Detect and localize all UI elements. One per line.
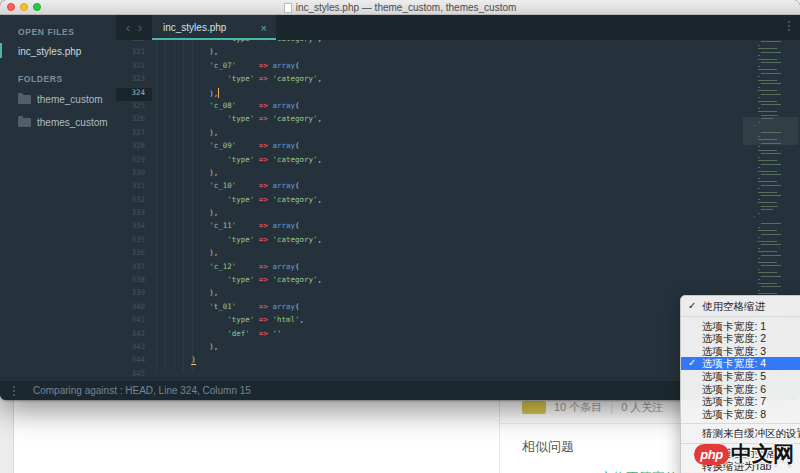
line-number[interactable]: 341 <box>116 315 152 328</box>
menu-item[interactable]: ✓使用空格缩进 <box>681 300 800 313</box>
follower-count-text: 0 人关注 <box>621 400 663 415</box>
document-icon <box>284 3 292 13</box>
folder-icon <box>18 118 31 127</box>
line-number[interactable]: 338 <box>116 275 152 288</box>
tab-forward-icon[interactable]: › <box>138 21 142 35</box>
code-line[interactable]: 'type' => 'category', <box>155 235 800 248</box>
menu-item-label: 使用空格缩进 <box>702 300 765 312</box>
topic-tag-badge[interactable] <box>522 401 546 414</box>
folder-label: themes_custom <box>37 117 108 128</box>
window-title-wrap: inc_styles.php — theme_custom, themes_cu… <box>0 2 800 13</box>
logo-cn-text: 中文网 <box>731 440 794 468</box>
checkmark-icon: ✓ <box>688 357 700 370</box>
tab-close-icon[interactable]: × <box>261 22 267 34</box>
line-number[interactable]: 331 <box>116 181 152 194</box>
menu-item[interactable]: 选项卡宽度: 2 <box>681 332 800 345</box>
code-line[interactable]: ), <box>155 168 800 181</box>
line-number-gutter[interactable]: 3203213223233243253263273283293303313323… <box>116 40 152 381</box>
menu-item-label: 选项卡宽度: 5 <box>702 370 766 382</box>
line-number[interactable]: 330 <box>116 168 152 181</box>
code-line[interactable]: ), <box>155 88 800 101</box>
menu-item[interactable]: 选项卡宽度: 7 <box>681 395 800 408</box>
line-number[interactable]: 342 <box>116 329 152 342</box>
code-line[interactable]: 'type' => 'category', <box>155 114 800 127</box>
menu-separator <box>681 423 800 424</box>
code-line[interactable]: 'c_09' => array( <box>155 141 800 154</box>
checkmark-icon: ✓ <box>688 300 700 313</box>
menu-item[interactable]: 猜测来自缓冲区的设置 <box>681 427 800 440</box>
menu-item[interactable]: 选项卡宽度: 5 <box>681 370 800 383</box>
tab-nav-arrows: ‹ › <box>116 15 152 40</box>
line-number[interactable]: 332 <box>116 195 152 208</box>
line-number[interactable]: 344 <box>116 355 152 368</box>
sidebar-item-folder[interactable]: theme_custom <box>0 88 116 111</box>
line-number[interactable]: 328 <box>116 141 152 154</box>
line-number[interactable]: 327 <box>116 128 152 141</box>
menu-item-label: 选项卡宽度: 4 <box>702 357 766 369</box>
line-number[interactable]: 336 <box>116 248 152 261</box>
line-number[interactable]: 340 <box>116 302 152 315</box>
line-number[interactable]: 343 <box>116 342 152 355</box>
menu-item-label: 选项卡宽度: 1 <box>702 320 766 332</box>
code-line[interactable]: 'type' => 'category', <box>155 195 800 208</box>
code-line[interactable]: 'type' => 'category', <box>155 74 800 87</box>
meta-divider: | <box>610 402 613 414</box>
code-line[interactable]: 'c_12' => array( <box>155 262 800 275</box>
active-file-indicator <box>0 43 2 58</box>
line-number[interactable]: 320 <box>116 40 152 47</box>
menu-separator <box>681 316 800 317</box>
menu-item[interactable]: 选项卡宽度: 8 <box>681 408 800 421</box>
window-titlebar[interactable]: inc_styles.php — theme_custom, themes_cu… <box>0 0 800 15</box>
window-title: inc_styles.php — theme_custom, themes_cu… <box>296 2 517 13</box>
menu-item[interactable]: 选项卡宽度: 6 <box>681 383 800 396</box>
text-cursor <box>218 88 219 98</box>
sidebar-item-folder[interactable]: themes_custom <box>0 111 116 134</box>
entry-count-text: 10 个条目 <box>554 400 602 415</box>
code-line[interactable]: 'type' => 'category', <box>155 155 800 168</box>
menu-item-label: 选项卡宽度: 3 <box>702 345 766 357</box>
folders-header: FOLDERS <box>0 62 116 88</box>
tab-bar: ‹ › inc_styles.php× <box>116 15 800 40</box>
line-number[interactable]: 326 <box>116 114 152 127</box>
code-line[interactable]: 'c_11' => array( <box>155 221 800 234</box>
code-line[interactable]: ), <box>155 47 800 60</box>
line-number[interactable]: 345 <box>116 369 152 381</box>
menu-item-label: 选项卡宽度: 6 <box>702 383 766 395</box>
folder-icon <box>18 95 31 104</box>
menu-item[interactable]: 选项卡宽度: 3 <box>681 345 800 358</box>
folder-label: theme_custom <box>37 94 103 105</box>
tab-label: inc_styles.php <box>163 22 226 33</box>
code-line[interactable]: ), <box>155 208 800 221</box>
menu-item[interactable]: ✓选项卡宽度: 4 <box>681 357 800 370</box>
tabbar-overflow-icon[interactable] <box>788 21 790 31</box>
sidebar: OPEN FILES inc_styles.php FOLDERS theme_… <box>0 15 116 381</box>
line-number[interactable]: 322 <box>116 61 152 74</box>
tab-back-icon[interactable]: ‹ <box>126 21 130 35</box>
line-number[interactable]: 324 <box>116 88 152 101</box>
code-line[interactable]: ), <box>155 128 800 141</box>
line-number[interactable]: 323 <box>116 74 152 87</box>
open-file-label: inc_styles.php <box>18 46 81 57</box>
menu-item-label: 选项卡宽度: 8 <box>702 408 766 420</box>
code-line[interactable]: 'c_07' => array( <box>155 61 800 74</box>
tab-inc-styles[interactable]: inc_styles.php× <box>152 15 276 40</box>
line-number[interactable]: 325 <box>116 101 152 114</box>
site-watermark-logo: php 中文网 <box>694 440 794 468</box>
statusbar-menu-icon[interactable] <box>13 386 15 396</box>
sidebar-item-open-file[interactable]: inc_styles.php <box>0 41 116 62</box>
line-number[interactable]: 333 <box>116 208 152 221</box>
open-files-header: OPEN FILES <box>0 15 116 41</box>
code-line[interactable]: 'type' => 'category', <box>155 275 800 288</box>
line-number[interactable]: 339 <box>116 288 152 301</box>
line-number[interactable]: 321 <box>116 47 152 60</box>
code-line[interactable]: 'c_10' => array( <box>155 181 800 194</box>
code-line[interactable]: ), <box>155 248 800 261</box>
code-line[interactable]: 'type' => 'category', <box>155 40 800 47</box>
line-number[interactable]: 329 <box>116 155 152 168</box>
line-number[interactable]: 335 <box>116 235 152 248</box>
code-line[interactable]: 'c_08' => array( <box>155 101 800 114</box>
line-number[interactable]: 334 <box>116 221 152 234</box>
line-number[interactable]: 337 <box>116 262 152 275</box>
menu-item[interactable]: 选项卡宽度: 1 <box>681 320 800 333</box>
php-logo-badge: php <box>694 444 729 465</box>
